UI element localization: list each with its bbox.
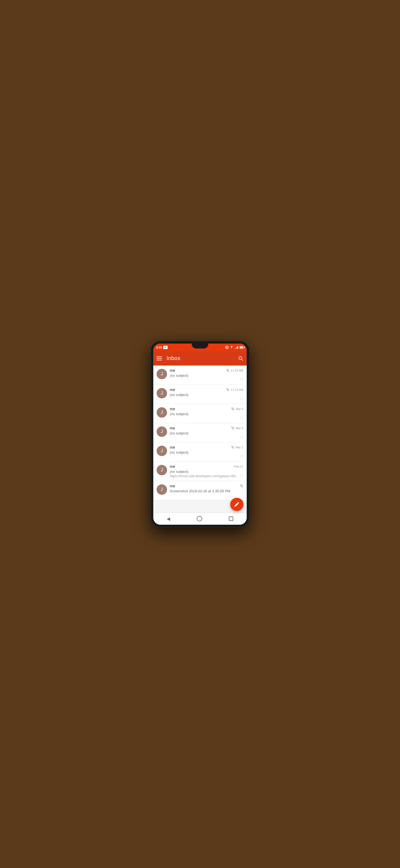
home-button[interactable]	[191, 514, 208, 524]
email-header: me Feb 27	[170, 464, 244, 469]
star-button[interactable]: ☆	[239, 415, 244, 420]
attachment-icon: 📎	[231, 445, 235, 449]
status-left: 3:06 M	[156, 346, 168, 349]
battery-icon	[239, 346, 244, 349]
search-button[interactable]	[238, 355, 244, 361]
email-time: Mar 1	[236, 446, 244, 449]
email-subject: Screenshot 2018-02-26 at 3.35.00 PM	[170, 489, 244, 493]
email-time: Feb 27	[234, 465, 244, 468]
email-content: me 📎 Mar 1 (no subject)	[170, 445, 244, 455]
compose-button[interactable]	[230, 498, 244, 511]
star-button[interactable]: ☆	[239, 434, 244, 439]
email-meta: 📎 11:13 AM	[226, 388, 244, 391]
email-time: Mar 6	[236, 407, 244, 410]
attachment-icon: 📎	[239, 484, 244, 488]
email-content: me 📎 Screenshot 2018-02-26 at 3.35.00 PM	[170, 484, 244, 493]
email-content: me 📎 11:29 AM (no subject)	[170, 368, 244, 378]
recents-square-icon	[229, 517, 233, 521]
do-not-disturb-icon	[225, 346, 229, 349]
email-subject: (no subject)	[170, 393, 244, 397]
email-subject: (no subject)	[170, 431, 244, 435]
email-time: Mar 6	[236, 427, 244, 430]
signal-icon	[235, 346, 238, 349]
email-header: me 📎	[170, 484, 244, 488]
attachment-icon: 📎	[231, 407, 235, 410]
email-item[interactable]: J me 📎 11:29 AM (no subject) ☆	[153, 366, 247, 385]
email-sender: me	[170, 484, 175, 488]
email-header: me 📎 Mar 1	[170, 445, 244, 450]
menu-button[interactable]	[156, 356, 162, 360]
email-header: me 📎 Mar 6	[170, 426, 244, 430]
email-item[interactable]: J me 📎 11:13 AM (no subject) ☆	[153, 385, 247, 404]
email-item[interactable]: J me 📎 Mar 6 (no subject) ☆	[153, 404, 247, 423]
email-content: me Feb 27 (no subject) https://forum.xda…	[170, 464, 244, 478]
email-item[interactable]: J me 📎 Screenshot 2018-02-26 at 3.35.00 …	[153, 481, 247, 500]
email-meta: 📎 Mar 6	[231, 407, 244, 410]
email-time: 11:29 AM	[231, 369, 244, 372]
star-button[interactable]: ☆	[239, 377, 244, 382]
email-meta: 📎	[239, 484, 244, 488]
page-title: Inbox	[167, 355, 233, 362]
email-sender: me	[170, 445, 175, 450]
email-sender: me	[170, 426, 175, 430]
attachment-icon: 📎	[226, 369, 230, 372]
email-header: me 📎 Mar 6	[170, 407, 244, 411]
avatar: J	[156, 407, 167, 418]
phone-screen: 3:06 M	[153, 344, 247, 525]
email-content: me 📎 11:13 AM (no subject)	[170, 388, 244, 397]
email-sender: me	[170, 388, 175, 392]
email-preview: https://forum.xda-developers.com/galaxy-…	[170, 474, 244, 478]
email-item[interactable]: J me Feb 27 (no subject) https://forum.x…	[153, 462, 247, 481]
email-meta: Feb 27	[234, 465, 244, 468]
wifi-icon	[230, 346, 233, 349]
avatar: J	[156, 369, 167, 379]
attachment-icon: 📎	[231, 426, 235, 430]
star-button[interactable]: ☆	[239, 396, 244, 401]
email-meta: 📎 Mar 6	[231, 426, 244, 430]
email-sender: me	[170, 464, 175, 469]
attachment-icon: 📎	[226, 388, 230, 391]
email-subject: (no subject)	[170, 469, 244, 474]
toolbar: Inbox	[153, 351, 247, 366]
svg-rect-0	[235, 348, 235, 349]
email-meta: 📎 Mar 1	[231, 445, 244, 449]
avatar: J	[156, 446, 167, 456]
back-arrow-icon: ◀	[167, 516, 170, 521]
email-sender: me	[170, 368, 175, 373]
svg-line-7	[241, 359, 243, 360]
phone-device: 3:06 M	[150, 341, 250, 527]
email-content: me 📎 Mar 6 (no subject)	[170, 407, 244, 416]
status-time: 3:06	[156, 346, 162, 349]
gmail-status-icon: M	[163, 346, 168, 349]
email-content: me 📎 Mar 6 (no subject)	[170, 426, 244, 435]
email-subject: (no subject)	[170, 373, 244, 378]
email-sender: me	[170, 407, 175, 411]
back-button[interactable]: ◀	[161, 514, 176, 524]
avatar: J	[156, 427, 167, 437]
email-list: J me 📎 11:29 AM (no subject) ☆ J	[153, 366, 247, 513]
email-item[interactable]: J me 📎 Mar 6 (no subject) ☆	[153, 423, 247, 442]
email-meta: 📎 11:29 AM	[226, 369, 244, 372]
star-button[interactable]: ☆	[239, 454, 244, 459]
recents-button[interactable]	[223, 514, 239, 523]
star-button[interactable]: ☆	[239, 473, 244, 478]
notch	[192, 344, 208, 348]
status-right	[225, 346, 244, 349]
pencil-icon	[234, 501, 240, 507]
email-header: me 📎 11:13 AM	[170, 388, 244, 392]
avatar: J	[156, 484, 167, 495]
email-subject: (no subject)	[170, 450, 244, 455]
email-item[interactable]: J me 📎 Mar 1 (no subject) ☆	[153, 442, 247, 462]
email-header: me 📎 11:29 AM	[170, 368, 244, 373]
avatar: J	[156, 465, 167, 475]
nav-bar: ◀	[153, 513, 247, 525]
avatar: J	[156, 388, 167, 399]
email-time: 11:13 AM	[231, 388, 244, 391]
svg-rect-3	[238, 346, 238, 349]
email-subject: (no subject)	[170, 412, 244, 416]
home-circle-icon	[197, 516, 202, 521]
status-bar: 3:06 M	[153, 344, 247, 351]
